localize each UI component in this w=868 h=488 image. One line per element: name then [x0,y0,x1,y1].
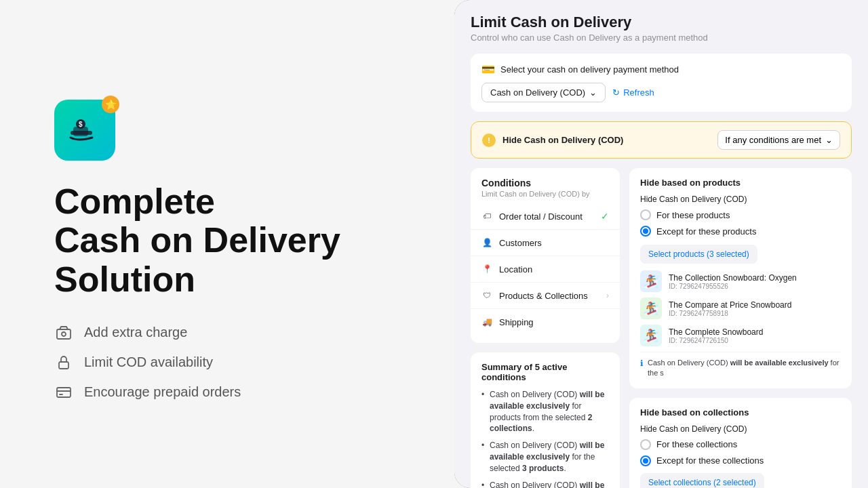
right-panel: Limit Cash on Delivery Control who can u… [454,0,868,488]
radio-for-products-label: For these products [656,210,730,220]
condition-order-total-label: Order total / Discount [499,211,594,222]
product-name-3: The Complete Snowboard [669,327,841,337]
product-name-2: The Compare at Price Snowboard [669,300,841,310]
feature-prepaid: Encourage prepaid orders [54,383,414,402]
lock-icon [54,353,73,372]
feature-prepaid-label: Encourage prepaid orders [84,384,241,400]
condition-shipping[interactable]: 🚚 Shipping [471,310,620,333]
radio-circle-except-products [640,226,651,237]
camera-icon [54,323,73,342]
select-collections-button[interactable]: Select collections (2 selected) [640,473,764,488]
product-info-2: The Compare at Price Snowboard ID: 72962… [669,300,841,317]
svg-point-5 [62,332,66,336]
product-id-2: ID: 7296247758918 [669,310,841,317]
radio-circle-for-collections [640,439,651,450]
payment-dropdown-button[interactable]: Cash on Delivery (COD) ⌄ [481,83,606,102]
chevron-right-icon: › [606,291,609,300]
refresh-label: Refresh [623,87,654,98]
pin-icon: 📍 [481,264,492,274]
condition-location[interactable]: 📍 Location [471,258,620,281]
svg-rect-6 [59,362,68,369]
svg-text:$: $ [79,121,83,128]
conditions-dropdown-button[interactable]: If any conditions are met ⌄ [717,130,840,150]
refresh-button[interactable]: ↻ Refresh [612,87,654,98]
condition-customers[interactable]: 👤 Customers [471,231,620,254]
product-list: 🏂 The Collection Snowboard: Oxygen ID: 7… [640,270,841,346]
left-column: Conditions Limit Cash on Delivery (COD) … [471,168,620,488]
product-item-1: 🏂 The Collection Snowboard: Oxygen ID: 7… [640,270,841,292]
refresh-icon: ↻ [612,87,620,98]
person-icon: 👤 [481,237,492,248]
product-item-2: 🏂 The Compare at Price Snowboard ID: 729… [640,298,841,319]
chevron-down-icon: ⌄ [589,87,597,98]
radio-for-collections-label: For these collections [656,439,737,449]
info-message: ℹ Cash on Delivery (COD) will be availab… [640,352,841,379]
product-info-1: The Collection Snowboard: Oxygen ID: 729… [669,273,841,290]
summary-list: Cash on Delivery (COD) will be available… [481,389,609,488]
main-title: CompleteCash on DeliverySolution [54,182,414,299]
star-badge: ⭐ [102,96,119,113]
collections-radio-group: For these collections Except for these c… [640,439,841,466]
condition-location-label: Location [499,264,609,274]
conditions-card-title: Conditions [471,178,620,188]
truck-icon: 🚚 [481,317,492,327]
products-radio-group-title: Hide Cash on Delivery (COD) [640,195,841,204]
summary-title: Summary of 5 active conditions [481,362,609,382]
condition-shipping-label: Shipping [499,317,609,327]
hide-label: Hide Cash on Delivery (COD) [502,135,623,145]
products-panel: Hide based on products Hide Cash on Deli… [629,168,852,388]
product-info-3: The Complete Snowboard ID: 7296247726150 [669,327,841,344]
app-content: Limit Cash on Delivery Control who can u… [454,0,868,488]
collections-radio-group-title: Hide Cash on Delivery (COD) [640,424,841,434]
condition-products-collections[interactable]: 🛡 Products & Collections › [471,284,620,307]
info-icon: ℹ [640,359,644,368]
right-column: Hide based on products Hide Cash on Deli… [629,168,852,488]
radio-circle-except-collections [640,455,651,466]
svg-rect-7 [57,388,71,397]
product-thumb-2: 🏂 [640,298,662,319]
radio-for-collections[interactable]: For these collections [640,439,841,450]
collections-panel: Hide based on collections Hide Cash on D… [629,398,852,488]
main-two-col: Conditions Limit Cash on Delivery (COD) … [471,168,852,488]
payment-dropdown-value: Cash on Delivery (COD) [490,87,585,98]
condition-products-label: Products & Collections [499,291,599,301]
product-name-1: The Collection Snowboard: Oxygen [669,273,841,283]
radio-except-products[interactable]: Except for these products [640,226,841,237]
conditions-card-subtitle: Limit Cash on Delivery (COD) by [471,190,620,198]
feature-limit-cod: Limit COD availability [54,353,414,372]
collections-panel-title: Hide based on collections [640,407,841,418]
product-item-3: 🏂 The Complete Snowboard ID: 72962477261… [640,325,841,346]
payment-method-label: Select your cash on delivery payment met… [500,64,679,75]
chevron-down-icon-2: ⌄ [825,135,833,145]
product-thumb-3: 🏂 [640,325,662,346]
feature-extra-charge: Add extra charge [54,323,414,342]
card-icon [54,383,73,402]
left-panel: ⭐ $ CompleteCash on DeliverySolution Add… [0,0,454,488]
feature-extra-charge-label: Add extra charge [84,325,187,340]
summary-item-1: Cash on Delivery (COD) will be available… [481,389,609,434]
radio-except-collections[interactable]: Except for these collections [640,455,841,466]
radio-for-products[interactable]: For these products [640,209,841,220]
app-icon: ⭐ $ [54,100,115,161]
summary-card: Summary of 5 active conditions Cash on D… [471,352,620,488]
condition-order-total[interactable]: 🏷 Order total / Discount ✓ [471,205,620,228]
condition-customers-label: Customers [499,238,609,248]
summary-item-2: Cash on Delivery (COD) will be available… [481,440,609,474]
payment-icon: 💳 [481,63,495,76]
page-title: Limit Cash on Delivery [471,14,852,31]
radio-circle-for-products [640,209,651,220]
radio-except-products-label: Except for these products [656,226,756,237]
product-id-1: ID: 7296247955526 [669,283,841,290]
conditions-card: Conditions Limit Cash on Delivery (COD) … [471,168,620,343]
hide-section-banner: ! Hide Cash on Delivery (COD) If any con… [471,121,852,159]
product-thumb-1: 🏂 [640,270,662,292]
tag-icon: 🏷 [481,211,492,222]
check-icon: ✓ [601,211,609,222]
warning-icon: ! [482,134,496,147]
conditions-label: If any conditions are met [725,135,821,145]
svg-rect-4 [57,329,71,339]
radio-except-collections-label: Except for these collections [656,455,764,466]
shield-icon: 🛡 [481,290,492,301]
product-id-3: ID: 7296247726150 [669,337,841,344]
select-products-button[interactable]: Select products (3 selected) [640,245,757,264]
